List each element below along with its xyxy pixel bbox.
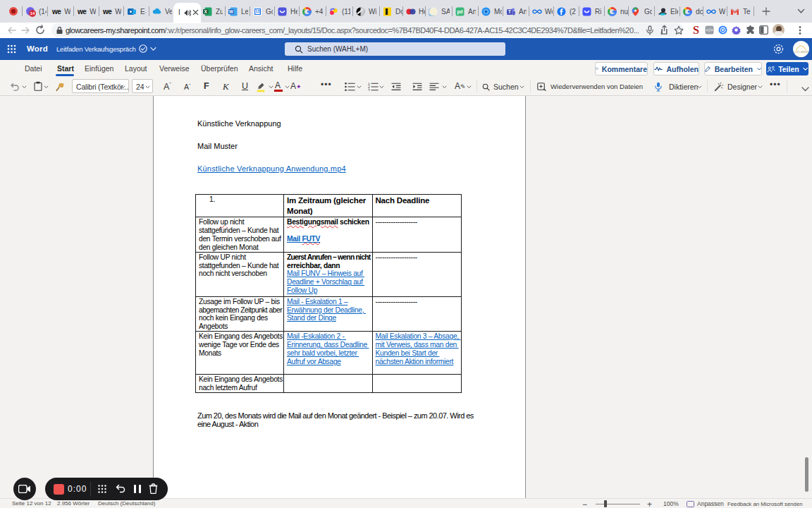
svg-text:W: W xyxy=(229,8,234,13)
svg-text:pd: pd xyxy=(457,9,463,15)
svg-text:T: T xyxy=(508,9,511,14)
svg-text:</>: </> xyxy=(706,28,713,32)
svg-text:GLOW CAREERS: GLOW CAREERS xyxy=(793,51,809,54)
svg-text:X: X xyxy=(204,8,208,13)
svg-text:3: 3 xyxy=(368,88,370,91)
svg-text:13: 13 xyxy=(255,9,259,13)
